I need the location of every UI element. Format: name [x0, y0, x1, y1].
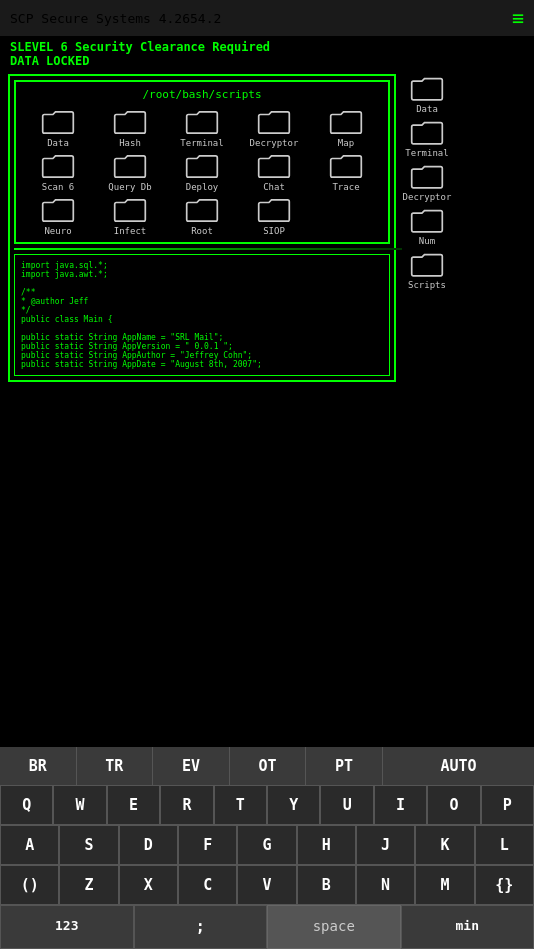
keyboard-row-q: QWERTYUIOP	[0, 785, 534, 825]
folder-grid: Data Hash Terminal Decryptor Map Scan 6 …	[20, 109, 384, 236]
data-locked-text: DATA LOCKED	[10, 54, 524, 68]
folder-icon	[113, 197, 147, 225]
folder-item-hash[interactable]: Hash	[96, 109, 164, 149]
sidebar-item-label: Decryptor	[403, 192, 452, 202]
folder-label: Neuro	[44, 226, 71, 237]
folder-item-map[interactable]: Map	[312, 109, 380, 149]
sidebar-item-label: Terminal	[405, 148, 448, 158]
kbd-w[interactable]: W	[53, 785, 106, 825]
kbd-special-ot[interactable]: OT	[230, 747, 307, 785]
kbd-o[interactable]: O	[427, 785, 480, 825]
sidebar-folder-icon	[410, 208, 444, 236]
folder-item-scan-6[interactable]: Scan 6	[24, 153, 92, 193]
folder-item-neuro[interactable]: Neuro	[24, 197, 92, 237]
path-bar: /root/bash/scripts	[20, 88, 384, 101]
sidebar-folder-icon	[410, 252, 444, 280]
folder-icon	[329, 153, 363, 181]
folder-label: Query Db	[108, 182, 151, 193]
folder-item-chat[interactable]: Chat	[240, 153, 308, 193]
kbd-g[interactable]: G	[237, 825, 296, 865]
keyboard-row-a: ASDFGHJKL	[0, 825, 534, 865]
kbd-special-ev[interactable]: EV	[153, 747, 230, 785]
folder-item-terminal[interactable]: Terminal	[168, 109, 236, 149]
security-clearance-text: SLEVEL 6 Security Clearance Required	[10, 40, 524, 54]
folder-item-siop[interactable]: SIOP	[240, 197, 308, 237]
sidebar-item-terminal[interactable]: Terminal	[403, 118, 450, 160]
kbd-special-pt[interactable]: PT	[306, 747, 383, 785]
kbd-h[interactable]: H	[297, 825, 356, 865]
kbd-v[interactable]: V	[237, 865, 296, 905]
code-line: public static String AppDate = "August 8…	[21, 360, 383, 369]
folder-item-trace[interactable]: Trace	[312, 153, 380, 193]
folder-item-decryptor[interactable]: Decryptor	[240, 109, 308, 149]
sidebar-item-scripts[interactable]: Scripts	[406, 250, 448, 292]
kbd-special-br[interactable]: BR	[0, 747, 77, 785]
sidebar-item-label: Data	[416, 104, 438, 114]
app-title: SCP Secure Systems 4.2654.2	[10, 11, 221, 26]
folder-item-infect[interactable]: Infect	[96, 197, 164, 237]
code-line: * @author Jeff	[21, 297, 383, 306]
folder-item-root[interactable]: Root	[168, 197, 236, 237]
kbd-special-auto[interactable]: AUTO	[383, 747, 534, 785]
kbd-d[interactable]: D	[119, 825, 178, 865]
code-line: import java.sql.*;	[21, 261, 383, 270]
top-bar: SCP Secure Systems 4.2654.2 ≡	[0, 0, 534, 36]
kbd-symsym[interactable]: ()	[0, 865, 59, 905]
folder-label: Data	[47, 138, 69, 149]
folder-label: Infect	[114, 226, 147, 237]
folder-label: Map	[338, 138, 354, 149]
kbd-i[interactable]: I	[374, 785, 427, 825]
folder-icon	[257, 153, 291, 181]
kbd-z[interactable]: Z	[59, 865, 118, 905]
kbd-s[interactable]: S	[59, 825, 118, 865]
folder-icon	[41, 197, 75, 225]
kbd-f[interactable]: F	[178, 825, 237, 865]
kbd-p[interactable]: P	[481, 785, 534, 825]
kbd-q[interactable]: Q	[0, 785, 53, 825]
kbd-space[interactable]: space	[267, 905, 401, 949]
kbd-e[interactable]: E	[107, 785, 160, 825]
kbd-k[interactable]: K	[415, 825, 474, 865]
folder-item-data[interactable]: Data	[24, 109, 92, 149]
divider-line	[14, 248, 402, 250]
kbd-c[interactable]: C	[178, 865, 237, 905]
hamburger-icon[interactable]: ≡	[512, 6, 524, 30]
folder-icon	[185, 197, 219, 225]
folder-item-deploy[interactable]: Deploy	[168, 153, 236, 193]
code-lines: import java.sql.*;import java.awt.*; /**…	[21, 261, 383, 369]
code-line	[21, 324, 383, 333]
folder-icon	[113, 153, 147, 181]
kbd-l[interactable]: L	[475, 825, 534, 865]
right-sidebar: Data Terminal Decryptor Num Scripts	[396, 74, 458, 382]
kbd-u[interactable]: U	[320, 785, 373, 825]
folder-item-query-db[interactable]: Query Db	[96, 153, 164, 193]
kbd-special-tr[interactable]: TR	[77, 747, 154, 785]
explorer-inner: /root/bash/scripts Data Hash Terminal De…	[14, 80, 390, 244]
sidebar-item-data[interactable]: Data	[408, 74, 446, 116]
kbd-x[interactable]: X	[119, 865, 178, 905]
kbd-123[interactable]: 123	[0, 905, 134, 949]
kbd-b[interactable]: B	[297, 865, 356, 905]
kbd-min[interactable]: min	[401, 905, 535, 949]
security-bar: SLEVEL 6 Security Clearance Required DAT…	[0, 36, 534, 70]
folder-label: SIOP	[263, 226, 285, 237]
kbd-a[interactable]: A	[0, 825, 59, 865]
kbd-y[interactable]: Y	[267, 785, 320, 825]
kbd-j[interactable]: J	[356, 825, 415, 865]
sidebar-item-num[interactable]: Num	[408, 206, 446, 248]
kbd-symsym[interactable]: {}	[475, 865, 534, 905]
folder-label: Hash	[119, 138, 141, 149]
code-line: public static String AppAuthor = "Jeffre…	[21, 351, 383, 360]
code-area: import java.sql.*;import java.awt.*; /**…	[14, 254, 390, 376]
folder-icon	[41, 109, 75, 137]
kbd-t[interactable]: T	[214, 785, 267, 825]
folder-label: Terminal	[180, 138, 223, 149]
kbd-m[interactable]: M	[415, 865, 474, 905]
folder-icon	[185, 109, 219, 137]
kbd-semicolon[interactable]: ;	[134, 905, 268, 949]
kbd-n[interactable]: N	[356, 865, 415, 905]
sidebar-item-label: Scripts	[408, 280, 446, 290]
kbd-r[interactable]: R	[160, 785, 213, 825]
main-content: /root/bash/scripts Data Hash Terminal De…	[0, 74, 534, 382]
sidebar-item-decryptor[interactable]: Decryptor	[401, 162, 454, 204]
